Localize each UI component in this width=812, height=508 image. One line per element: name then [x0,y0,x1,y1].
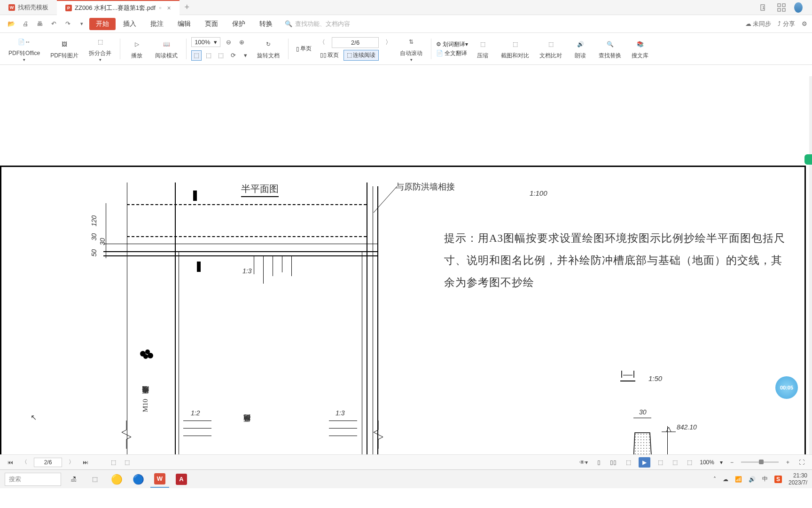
dropdown-icon[interactable]: ▾ [77,19,87,29]
app-edge-icon[interactable]: 🔵 [129,471,148,488]
menu-start[interactable]: 开始 [89,18,116,30]
menu-annotate[interactable]: 批注 [144,18,170,30]
menu-page[interactable]: 页面 [198,18,225,30]
fit-height-icon[interactable]: ⟳ [228,50,238,61]
first-page-icon[interactable]: ⏮ [6,458,15,467]
collapse-right-icon[interactable]: ⬚ [123,458,132,467]
fit-other-icon[interactable]: ▾ [240,50,250,61]
eye-icon[interactable]: 👁▾ [578,458,590,467]
tray-cloud-icon[interactable]: ☁ [723,476,728,483]
print-icon[interactable]: 🖶 [34,19,45,29]
next-page-bottom-icon[interactable]: 〉 [67,457,76,467]
zoom-in-bottom-icon[interactable]: + [784,458,791,467]
continuous-button[interactable]: ⬚ 连续阅读 [344,50,379,61]
thick-line-1 [103,251,378,252]
tab-templates[interactable]: W 找稻壳模板 [0,0,57,15]
read-aloud-button[interactable]: 🔊朗读 [569,36,592,62]
app-chrome-icon[interactable]: 🟡 [107,471,126,488]
scrollbar[interactable] [809,76,812,457]
double-page-button[interactable]: ▯▯ 双页 [317,50,342,61]
split-merge-button[interactable]: ⬚拆分合并▾ [85,33,115,64]
settings-icon[interactable]: ⚙ [802,20,807,27]
pdf-to-image-button[interactable]: 🖼PDF转图片 [47,36,82,62]
tool1-icon[interactable]: ⬚ [656,458,665,467]
app-autocad-icon[interactable]: A [172,471,191,488]
screenshot-compare-button[interactable]: ⬚截图和对比 [497,36,533,62]
read-mode-button[interactable]: 📖阅读模式 [151,36,181,62]
view3-icon[interactable]: ⬚ [624,458,633,467]
zoom-out-bottom-icon[interactable]: − [728,458,735,467]
rotate-button[interactable]: ↻旋转文档 [253,36,283,62]
find-replace-button[interactable]: 🔍查找替换 [595,36,625,62]
compress-button[interactable]: ⬚压缩 [471,36,494,62]
zoom-input[interactable]: 100%▾ [191,37,220,47]
tray-date[interactable]: 2023/7/ [789,479,807,486]
view1-icon[interactable]: ▯ [595,458,602,467]
fullscreen-icon[interactable]: ⛶ [797,458,806,467]
app-beach-icon[interactable]: 🏖 [64,471,83,488]
last-page-icon[interactable]: ⏭ [81,458,90,467]
pdf-to-office-button[interactable]: 📄↔PDF转Office▾ [5,33,44,64]
tray-time[interactable]: 21:30 [789,472,807,479]
fit-page-icon[interactable]: ⬚ [203,50,214,61]
search-library-button[interactable]: 📚搜文库 [628,36,652,62]
play-button[interactable]: ▷播放 [125,36,148,62]
page-input-bottom[interactable]: 2/6 [34,458,62,467]
apps-icon[interactable] [777,3,786,12]
sync-status[interactable]: ☁ 未同步 [745,20,772,28]
app-taskview-icon[interactable]: ⬚ [86,471,104,488]
undo-icon[interactable]: ↶ [48,19,59,29]
s-tick-r2 [329,428,357,429]
timer-widget[interactable]: 00:05 [775,376,798,399]
window-restore-icon[interactable]: 1 [760,3,769,12]
tab-add-button[interactable]: + [180,2,195,12]
menu-insert[interactable]: 插入 [117,18,143,30]
zoom-slider[interactable] [741,461,779,463]
tray-wifi-icon[interactable]: 📶 [735,476,742,483]
doc-compare-button[interactable]: ⬚文档比对 [536,36,566,62]
actual-size-icon[interactable]: ⬚ [216,50,226,61]
document-viewport[interactable]: 半平面图 1:100 与原防洪墙相接 提示：用A3图幅按要求设置绘图环境按图示比… [0,65,812,469]
auto-scroll-button[interactable]: ⇅自动滚动▾ [396,33,426,64]
view2-icon[interactable]: ▯▯ [608,458,618,467]
play-bottom-icon[interactable]: ▶ [639,457,650,468]
zoom-in-icon[interactable]: ⊕ [236,37,247,48]
s-tick-l1 [183,421,211,421]
word-translate-button[interactable]: ⚙ 划词翻译▾ [436,40,468,48]
tick1 [254,255,254,274]
avatar-icon[interactable] [794,3,803,12]
zoom-out-icon[interactable]: ⊖ [223,37,234,48]
line-3 [103,244,378,244]
tab-menu-icon[interactable]: ▫ [159,4,162,11]
prev-page-icon[interactable]: 〈 [317,37,327,48]
save-icon[interactable]: 🖨 [20,19,31,29]
fit-width-icon[interactable]: ⬚ [191,50,202,61]
prev-page-bottom-icon[interactable]: 〈 [20,457,29,467]
sidebar-toggle-icon[interactable] [804,154,812,165]
tray-sogou-icon[interactable]: S [774,476,782,483]
taskbar-search[interactable]: 搜索 [5,473,61,486]
next-page-icon[interactable]: 〉 [383,37,393,48]
slope-13: 1:3 [242,267,251,275]
menu-edit[interactable]: 编辑 [171,18,197,30]
tool3-icon[interactable]: ⬚ [685,458,694,467]
search-box[interactable]: 🔍 查找功能、文档内容 [285,20,350,28]
menu-convert[interactable]: 转换 [253,18,279,30]
redo-icon[interactable]: ↷ [62,19,73,29]
dashed-line-top [127,204,367,205]
share-button[interactable]: ⤴ 分享 [778,20,795,28]
app-wps-icon[interactable]: W [150,471,169,488]
tray-volume-icon[interactable]: 🔊 [749,476,756,483]
collapse-left-icon[interactable]: ⬚ [109,458,118,467]
menu-protect[interactable]: 保护 [226,18,252,30]
tab-pdf[interactable]: P ZZ006 水利工...赛题第1套.pdf ▫ × [57,0,180,15]
open-icon[interactable]: 📂 [6,19,16,29]
page-input[interactable]: 2/6 [332,37,379,48]
full-translate-button[interactable]: 📄 全文翻译 [436,49,468,57]
plan-scale: 1:100 [530,189,547,197]
tool2-icon[interactable]: ⬚ [671,458,679,467]
close-icon[interactable]: × [167,4,171,12]
tray-up-icon[interactable]: ˄ [713,476,716,483]
single-page-button[interactable]: ▯ 单页 [293,44,314,54]
tray-ime[interactable]: 中 [762,475,768,483]
